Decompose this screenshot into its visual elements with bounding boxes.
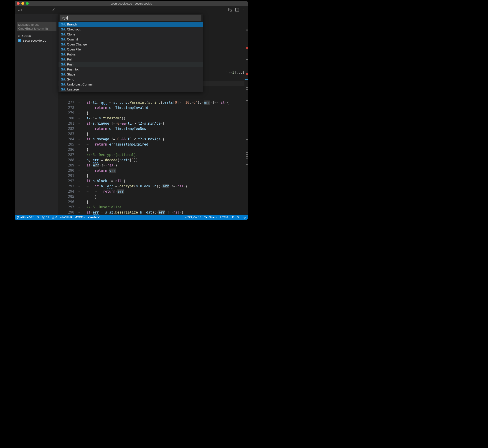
status-position[interactable]: Ln 273, Col 18 (182, 216, 203, 219)
palette-item[interactable]: Git: Clone (58, 32, 203, 37)
feedback-icon[interactable]: ☺ (242, 216, 248, 219)
status-bar: elithrar/v2* ⓧ11 ⚠0 -- NORMAL MODE -- <l… (15, 215, 248, 220)
line-number: 277 (58, 100, 78, 105)
line-number: 287 (58, 152, 78, 158)
code-line[interactable]: 278→ → return·errTimestampInvalid (58, 105, 244, 111)
close-icon[interactable] (17, 2, 20, 5)
commit-check-icon[interactable]: ✓ (52, 7, 55, 12)
split-editor-icon[interactable] (235, 8, 239, 13)
palette-item[interactable]: Git: Publish (58, 52, 203, 57)
code-line[interactable]: 283→ } (58, 131, 244, 137)
status-branch[interactable]: elithrar/v2* (15, 216, 35, 219)
code-line[interactable]: 288→ b,·err·=·decode(parts[1]) (58, 158, 244, 163)
palette-item[interactable]: Git: Checkout (58, 27, 203, 32)
code-line[interactable]: 287→ //·5.·Decrypt·(optional). (58, 152, 244, 158)
code-line[interactable]: 290→ → return·err (58, 168, 244, 173)
line-number: 290 (58, 168, 78, 173)
line-number: 286 (58, 147, 78, 152)
svg-point-6 (18, 216, 19, 217)
line-number: 283 (58, 131, 78, 137)
status-errors[interactable]: ⓧ11 (41, 215, 50, 219)
palette-item[interactable]: Git: Open Change (58, 42, 203, 47)
code-line[interactable]: 293→ → if·b,·err·=·decrypt(s.block,·b);·… (58, 184, 244, 189)
code-line[interactable]: 295→ → } (58, 194, 244, 200)
vscode-window: securecookie.go - securecookie GIT ✓ ···… (15, 1, 248, 220)
changed-file-row[interactable]: M securecookie.go (15, 38, 58, 43)
line-number: 282 (58, 126, 78, 131)
code-line[interactable]: 285→ → return·errTimestampExpired (58, 142, 244, 147)
code-line[interactable]: 281→ if·s.minAge·!=·0·&&·t1·>·t2-s.minAg… (58, 121, 244, 126)
title-bar[interactable]: securecookie.go - securecookie (15, 1, 248, 6)
line-number: 285 (58, 142, 78, 147)
code-line[interactable]: 277→ if·t1,·err·=·strconv.ParseInt(strin… (58, 100, 244, 105)
line-number: 279 (58, 111, 78, 116)
status-vim-mode: -- NORMAL MODE -- (58, 216, 87, 219)
changed-file-name: securecookie.go (23, 39, 46, 42)
code-line[interactable]: 280→ t2·:=·s.timestamp() (58, 116, 244, 121)
palette-item[interactable]: Git: Stage (58, 72, 203, 77)
palette-item[interactable]: Git: Pull (58, 57, 203, 62)
status-tabsize[interactable]: Tab Size: 4 (203, 216, 219, 219)
status-leader: <leader>` (87, 216, 101, 219)
more-icon[interactable]: ··· (242, 8, 245, 13)
sidebar-title: GIT (15, 8, 45, 11)
sidebar: Message (press Cmd+Enter to commit) CHAN… (15, 14, 58, 215)
svg-point-4 (17, 216, 18, 217)
palette-item[interactable]: Git: Sync (58, 77, 203, 82)
line-number: 288 (58, 158, 78, 163)
code-line[interactable]: 297→ //·6.·Deserialize. (58, 205, 244, 210)
palette-item[interactable]: Git: Branch (58, 22, 203, 27)
line-number: 297 (58, 205, 78, 210)
svg-point-5 (17, 218, 18, 219)
maximize-icon[interactable] (26, 2, 29, 5)
status-sync-icon[interactable] (35, 216, 41, 219)
code-line[interactable]: 286→ } (58, 147, 244, 152)
palette-item[interactable]: Git: Unstage (58, 87, 203, 92)
svg-rect-0 (228, 8, 230, 10)
line-number: 281 (58, 121, 78, 126)
command-palette-value: >git (62, 16, 67, 20)
commit-message-input[interactable]: Message (press Cmd+Enter to commit) (17, 22, 57, 31)
code-line[interactable]: 289→ if·err·!=·nil·{ (58, 163, 244, 168)
command-palette: >git Git: BranchGit: CheckoutGit: CloneG… (58, 14, 203, 92)
line-number: 295 (58, 194, 78, 200)
code-line[interactable]: 294→ → → return·err (58, 189, 244, 194)
code-line[interactable]: 291→ } (58, 173, 244, 178)
status-warnings[interactable]: ⚠0 (50, 216, 58, 219)
code-line[interactable]: 282→ → return·errTimestampTooNew (58, 126, 244, 131)
line-number: 293 (58, 184, 78, 189)
line-number: 298 (58, 210, 78, 215)
code-line[interactable]: 279→ } (58, 111, 244, 116)
svg-rect-1 (230, 10, 232, 11)
status-language[interactable]: Go (235, 216, 242, 219)
code-line[interactable]: 284→ if·s.maxAge·!=·0·&&·t1·<·t2-s.maxAg… (58, 137, 244, 142)
overview-ruler[interactable] (245, 14, 248, 215)
top-row: GIT ✓ ··· (15, 6, 248, 14)
line-number: 291 (58, 173, 78, 178)
code-line[interactable]: 292→ if·s.block·!=·nil·{ (58, 178, 244, 184)
window-controls (17, 2, 29, 5)
line-number: 289 (58, 163, 78, 168)
line-number: 280 (58, 116, 78, 121)
modified-badge: M (18, 39, 21, 42)
status-encoding[interactable]: UTF-8 (219, 216, 229, 219)
command-palette-list[interactable]: Git: BranchGit: CheckoutGit: CloneGit: C… (58, 22, 203, 92)
line-number: 296 (58, 200, 78, 205)
line-number: 294 (58, 189, 78, 194)
line-number: 284 (58, 137, 78, 142)
palette-item[interactable]: Git: Push to... (58, 67, 203, 72)
line-number: 292 (58, 178, 78, 184)
palette-item[interactable]: Git: Push (58, 62, 203, 67)
window-title: securecookie.go - securecookie (111, 2, 152, 5)
code-line[interactable]: 296→ } (58, 200, 244, 205)
palette-item[interactable]: Git: Commit (58, 37, 203, 42)
command-palette-input[interactable]: >git (60, 15, 201, 21)
palette-item[interactable]: Git: Undo Last Commit (58, 82, 203, 87)
code-line[interactable]: 298→ if·err·=·s.sz.Deserialize(b,·dst);·… (58, 210, 244, 215)
compare-icon[interactable] (228, 8, 232, 13)
palette-item[interactable]: Git: Open File (58, 47, 203, 52)
status-eol[interactable]: LF (229, 216, 235, 219)
line-number: 278 (58, 105, 78, 111)
changes-section-label: CHANGES (18, 35, 58, 37)
minimize-icon[interactable] (21, 2, 24, 5)
